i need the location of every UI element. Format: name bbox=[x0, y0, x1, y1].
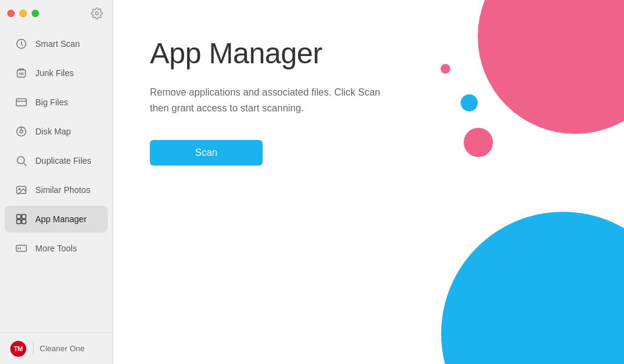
sidebar-item-smart-scan[interactable]: Smart Scan bbox=[5, 30, 108, 57]
settings-icon[interactable] bbox=[88, 5, 105, 22]
duplicate-icon bbox=[15, 154, 28, 167]
svg-point-14 bbox=[19, 189, 20, 191]
titlebar bbox=[0, 0, 113, 27]
sidebar: Smart Scan Junk Files Big bbox=[0, 0, 113, 364]
app-name: Cleaner One bbox=[40, 344, 85, 353]
sidebar-item-more-tools[interactable]: More Tools bbox=[5, 235, 108, 262]
sidebar-item-disk-map[interactable]: Disk Map bbox=[5, 118, 108, 145]
sidebar-item-label: Disk Map bbox=[35, 127, 71, 136]
sidebar-item-app-manager[interactable]: App Manager bbox=[5, 206, 108, 233]
svg-point-0 bbox=[96, 12, 99, 15]
sidebar-item-label: App Manager bbox=[35, 214, 87, 224]
more-tools-icon bbox=[15, 242, 28, 255]
svg-point-9 bbox=[20, 130, 23, 133]
svg-rect-6 bbox=[16, 99, 27, 106]
photos-icon bbox=[15, 183, 28, 197]
disk-map-icon bbox=[15, 125, 28, 138]
sidebar-item-label: Duplicate Files bbox=[35, 156, 91, 166]
svg-point-11 bbox=[17, 156, 24, 164]
svg-line-12 bbox=[24, 163, 27, 166]
big-files-icon bbox=[15, 96, 28, 109]
sidebar-footer: TM Cleaner One bbox=[0, 332, 113, 364]
sidebar-item-label: More Tools bbox=[35, 243, 77, 253]
svg-rect-17 bbox=[17, 220, 21, 224]
app-manager-icon bbox=[15, 212, 28, 226]
svg-rect-16 bbox=[22, 215, 26, 219]
nav-list: Smart Scan Junk Files Big bbox=[0, 27, 113, 332]
maximize-button[interactable] bbox=[32, 10, 39, 17]
sidebar-item-label: Junk Files bbox=[35, 68, 74, 78]
svg-rect-19 bbox=[16, 245, 27, 251]
trend-micro-logo: TM bbox=[10, 340, 27, 357]
junk-icon bbox=[15, 66, 28, 80]
sidebar-item-big-files[interactable]: Big Files bbox=[5, 89, 108, 116]
sidebar-item-label: Smart Scan bbox=[35, 39, 80, 49]
clock-icon bbox=[15, 37, 28, 51]
minimize-button[interactable] bbox=[20, 10, 27, 17]
pink-small-circle bbox=[464, 128, 493, 157]
sidebar-item-label: Similar Photos bbox=[35, 185, 90, 195]
svg-text:TM: TM bbox=[13, 345, 23, 352]
main-content: App Manager Remove applications and asso… bbox=[113, 0, 624, 364]
blue-small-circle bbox=[461, 94, 478, 111]
svg-rect-18 bbox=[22, 220, 26, 224]
sidebar-item-similar-photos[interactable]: Similar Photos bbox=[5, 177, 108, 203]
sidebar-item-duplicate-files[interactable]: Duplicate Files bbox=[5, 147, 108, 174]
page-title: App Manager bbox=[150, 37, 624, 70]
sidebar-item-junk-files[interactable]: Junk Files bbox=[5, 60, 108, 86]
scan-button[interactable]: Scan bbox=[150, 140, 263, 166]
trend-micro-icon: TM bbox=[10, 340, 27, 357]
close-button[interactable] bbox=[7, 10, 15, 17]
footer-divider bbox=[33, 343, 34, 355]
blue-large-circle bbox=[441, 212, 624, 364]
page-description: Remove applications and associated files… bbox=[150, 85, 381, 116]
sidebar-item-label: Big Files bbox=[35, 97, 68, 107]
svg-rect-15 bbox=[17, 215, 21, 219]
